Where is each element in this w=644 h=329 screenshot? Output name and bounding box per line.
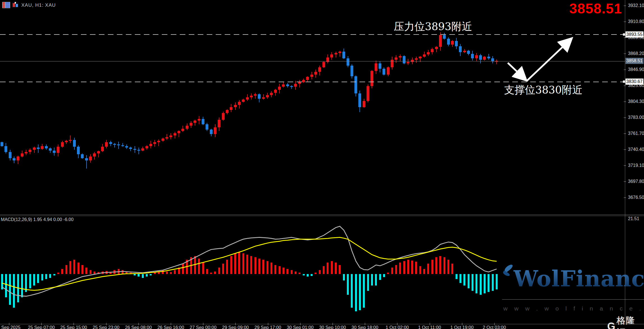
candle: [306, 77, 309, 80]
candle-wick: [400, 54, 400, 61]
macd-histogram-bar: [439, 256, 441, 274]
candle: [4, 146, 7, 152]
macd-histogram-bar: [234, 253, 236, 274]
candle-wick: [70, 135, 70, 143]
candle: [101, 147, 104, 151]
candle-wick: [255, 93, 256, 99]
candle: [447, 39, 450, 45]
candle: [198, 119, 201, 120]
candle: [141, 148, 144, 151]
candle: [33, 148, 36, 150]
macd-histogram-bar: [331, 261, 333, 274]
level-marker: [623, 80, 625, 83]
candle: [363, 101, 365, 107]
macd-histogram-bar: [190, 257, 192, 274]
macd-histogram-bar: [134, 274, 136, 275]
macd-histogram-bar: [78, 263, 79, 274]
macd-histogram-bar: [492, 274, 494, 291]
candle-wick: [122, 143, 123, 147]
time-tick-label: 1 Oct 02:00: [386, 325, 409, 329]
macd-histogram-bar: [146, 274, 148, 277]
watermark-underline: [502, 299, 644, 300]
pane-separator[interactable]: [0, 215, 644, 215]
macd-histogram-bar: [138, 274, 140, 277]
macd-histogram-bar: [371, 274, 373, 286]
candle: [338, 52, 341, 53]
macd-histogram-bar: [315, 273, 317, 274]
candle: [210, 130, 213, 134]
macd-histogram-bar: [307, 274, 309, 277]
candle: [419, 57, 422, 58]
macd-histogram-bar: [53, 274, 55, 275]
macd-indicator-label: MACD(12,26,9) 1.95 4.94 0.00 -6.00: [1, 217, 74, 222]
macd-histogram-bar: [29, 274, 31, 288]
macd-histogram-bar: [198, 259, 200, 274]
candle: [391, 60, 393, 67]
price-tick-label: 3804.30: [628, 99, 644, 104]
candlestick-pane[interactable]: [0, 0, 625, 215]
candle: [487, 57, 490, 58]
candle: [298, 82, 301, 84]
time-tick-label: 29 Sep 17:00: [254, 325, 281, 329]
macd-histogram-bar: [246, 255, 248, 274]
candle: [222, 113, 225, 120]
candle: [278, 87, 281, 90]
candle: [29, 150, 31, 152]
candle: [399, 56, 402, 57]
time-tick-label: 27 Sep 00:00: [190, 325, 217, 329]
candle: [21, 153, 24, 157]
macd-histogram-bar: [359, 274, 361, 310]
price-tick-label: 3719.10: [628, 163, 644, 168]
candle: [254, 94, 257, 96]
macd-histogram-bar: [242, 253, 244, 274]
candle: [266, 95, 269, 97]
candle: [451, 41, 454, 45]
candle: [65, 141, 68, 142]
macd-histogram-bar: [415, 262, 417, 274]
macd-histogram-bar: [258, 259, 260, 274]
price-tick-label: 3910.80: [628, 19, 644, 24]
candle: [202, 119, 204, 124]
price-tick-label: 3846.90: [628, 67, 644, 72]
candle: [411, 60, 414, 62]
support-dashed-line[interactable]: [0, 82, 625, 82]
level-marker: [623, 33, 625, 36]
macd-histogram-bar: [367, 274, 369, 291]
macd-histogram-bar: [299, 273, 301, 274]
macd-histogram-bar: [25, 274, 27, 292]
macd-histogram-bar: [274, 265, 276, 274]
candle: [318, 67, 321, 72]
price-tick-label: 3868.20: [628, 51, 644, 56]
candle: [262, 97, 265, 99]
candle: [270, 93, 273, 95]
macd-histogram-bar: [395, 265, 397, 274]
price-tick-mark: [624, 149, 626, 150]
macd-histogram-bar: [37, 274, 39, 283]
candle: [379, 63, 381, 69]
macd-histogram-bar: [435, 257, 437, 274]
candle: [1, 142, 3, 146]
macd-histogram-bar: [218, 268, 220, 274]
candle: [157, 141, 160, 142]
candle: [387, 67, 390, 75]
current-price-axis-label: 3858.51: [625, 58, 643, 64]
macd-histogram-bar: [90, 270, 92, 274]
price-tick-mark: [624, 118, 626, 118]
watermark-brand: WolFinance: [513, 266, 644, 291]
time-tick-label: 4 Sep 2025: [0, 325, 21, 329]
candle: [375, 63, 377, 71]
candle: [314, 72, 317, 75]
price-tick-mark: [624, 22, 626, 22]
candle: [242, 100, 245, 102]
macd-histogram-bar: [363, 274, 365, 308]
macd-histogram-bar: [106, 271, 108, 274]
resistance-dashed-line[interactable]: [0, 34, 625, 35]
price-tick-mark: [624, 70, 626, 70]
macd-histogram-bar: [391, 268, 393, 274]
macd-histogram-bar: [343, 274, 345, 280]
macd-histogram-bar: [73, 260, 75, 274]
candle: [435, 47, 438, 49]
price-tick-mark: [624, 6, 626, 6]
candle: [334, 53, 337, 54]
macd-histogram-bar: [113, 270, 115, 274]
